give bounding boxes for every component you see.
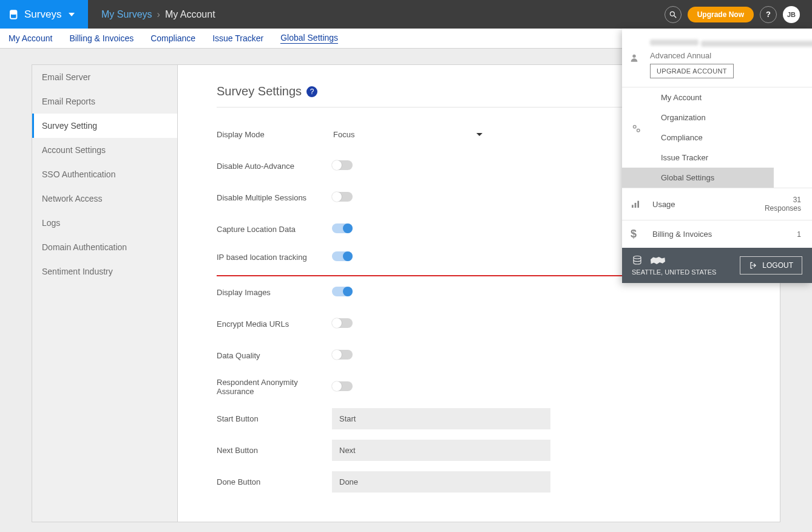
setting-row-dataQuality: Data Quality	[217, 339, 746, 371]
disableMultipleSessions-label: Disable Multiple Sessions	[217, 193, 332, 202]
anonymity-toggle[interactable]	[332, 381, 353, 391]
account-block: Advanced Annual UPGRADE ACCOUNT Expires …	[622, 29, 812, 87]
avatar[interactable]: JB	[783, 6, 800, 23]
doneButton-label: Done Button	[217, 477, 332, 486]
sidebar-item-survey-setting[interactable]: Survey Setting	[32, 114, 177, 138]
title-help-icon[interactable]: ?	[306, 86, 317, 97]
svg-point-4	[632, 55, 635, 58]
account-name-redacted	[650, 39, 699, 46]
svg-rect-8	[635, 203, 637, 208]
plan-name: Advanced Annual	[650, 51, 812, 60]
nextButton-label: Next Button	[217, 446, 332, 455]
panel-link-my-account[interactable]: My Account	[622, 87, 812, 107]
display-mode-value: Focus	[333, 130, 354, 139]
captureLocation-label: Capture Location Data	[217, 225, 332, 234]
tab-issue-tracker[interactable]: Issue Tracker	[212, 33, 263, 43]
svg-point-10	[634, 256, 641, 259]
svg-rect-9	[637, 201, 639, 208]
crumb-my-account: My Account	[165, 9, 215, 20]
crumb-my-surveys[interactable]: My Surveys	[101, 9, 152, 20]
disableAutoAdvance-label: Disable Auto-Advance	[217, 162, 332, 171]
server-location: SEATTLE, UNITED STATES	[632, 268, 716, 276]
nextButton-input[interactable]	[332, 440, 550, 461]
help-icon: ?	[766, 10, 771, 19]
sidebar-item-logs[interactable]: Logs	[32, 211, 177, 235]
usage-unit: Responses	[765, 204, 801, 213]
startButton-input[interactable]	[332, 408, 550, 429]
tab-compliance[interactable]: Compliance	[151, 33, 195, 43]
upgrade-now-button[interactable]: Upgrade Now	[688, 7, 754, 22]
panel-footer: SEATTLE, UNITED STATES LOGOUT	[622, 248, 812, 283]
sidebar-item-sentiment-industry[interactable]: Sentiment Industry	[32, 259, 177, 284]
panel-link-organization[interactable]: Organization	[622, 107, 812, 128]
dataQuality-label: Data Quality	[217, 351, 332, 360]
setting-row-encryptMedia: Encrypt Media URLs	[217, 308, 746, 339]
usage-row[interactable]: Usage 31 Responses	[622, 188, 812, 220]
display-mode-label: Display Mode	[217, 130, 332, 139]
ipLocation-toggle[interactable]	[332, 251, 353, 261]
help-button[interactable]: ?	[760, 6, 777, 23]
logout-button[interactable]: LOGOUT	[740, 256, 802, 275]
doneButton-input[interactable]	[332, 471, 550, 493]
ipLocation-label: IP based location tracking	[217, 253, 332, 262]
sidebar-item-email-reports[interactable]: Email Reports	[32, 89, 177, 114]
user-icon	[629, 53, 639, 63]
svg-line-3	[674, 15, 676, 18]
svg-point-2	[670, 12, 674, 16]
brand-label: Surveys	[24, 9, 61, 21]
tab-billing-invoices[interactable]: Billing & Invoices	[69, 33, 134, 43]
database-icon	[632, 255, 643, 266]
usage-count: 31	[765, 196, 801, 204]
svg-point-6	[637, 129, 640, 132]
sidebar-item-account-settings[interactable]: Account Settings	[32, 138, 177, 162]
displayImages-label: Display Images	[217, 288, 332, 297]
setting-row-anonymity: Respondent Anonymity Assurance	[217, 371, 746, 403]
tab-my-account[interactable]: My Account	[8, 33, 52, 43]
account-email-redacted	[701, 41, 812, 47]
sidebar-item-domain-authentication[interactable]: Domain Authentication	[32, 235, 177, 259]
setting-row-nextButton: Next Button	[217, 434, 746, 466]
panel-link-compliance[interactable]: Compliance	[622, 128, 812, 148]
billing-label: Billing & Invoices	[652, 230, 712, 239]
disableAutoAdvance-toggle[interactable]	[332, 160, 353, 170]
usage-label: Usage	[652, 200, 675, 209]
brand-logo-icon	[8, 9, 19, 20]
billing-count: 1	[797, 230, 801, 239]
panel-link-global-settings[interactable]: Global Settings	[622, 168, 774, 188]
disableMultipleSessions-toggle[interactable]	[332, 192, 353, 202]
billing-row[interactable]: $ Billing & Invoices 1	[622, 220, 812, 248]
search-button[interactable]	[665, 6, 682, 23]
encryptMedia-toggle[interactable]	[332, 318, 353, 328]
sidebar-item-sso-authentication[interactable]: SSO Authentication	[32, 162, 177, 186]
topbar: Surveys My Surveys › My Account Upgrade …	[0, 0, 812, 29]
display-mode-select[interactable]: Focus	[332, 128, 484, 142]
upgrade-account-button[interactable]: UPGRADE ACCOUNT	[650, 64, 734, 78]
bars-icon	[631, 199, 652, 209]
displayImages-toggle[interactable]	[332, 287, 353, 296]
settings-sidebar: Email ServerEmail ReportsSurvey SettingA…	[32, 65, 178, 522]
encryptMedia-label: Encrypt Media URLs	[217, 319, 332, 329]
setting-row-startButton: Start Button	[217, 403, 746, 434]
account-panel: Advanced Annual UPGRADE ACCOUNT Expires …	[622, 29, 812, 283]
svg-point-5	[634, 126, 637, 129]
dollar-icon: $	[631, 228, 652, 240]
svg-rect-1	[10, 10, 17, 15]
search-icon	[669, 10, 677, 19]
brand-menu[interactable]: Surveys	[0, 0, 88, 29]
breadcrumb: My Surveys › My Account	[88, 0, 215, 29]
chevron-down-icon	[69, 13, 75, 16]
tab-global-settings[interactable]: Global Settings	[280, 33, 338, 44]
sidebar-item-network-access[interactable]: Network Access	[32, 186, 177, 211]
chevron-down-icon	[476, 133, 482, 136]
dataQuality-toggle[interactable]	[332, 350, 353, 360]
captureLocation-toggle[interactable]	[332, 223, 353, 233]
panel-link-issue-tracker[interactable]: Issue Tracker	[622, 148, 812, 168]
chevron-right-icon: ›	[157, 9, 160, 20]
svg-rect-7	[632, 205, 634, 208]
page-title-text: Survey Settings	[217, 84, 302, 98]
sidebar-item-email-server[interactable]: Email Server	[32, 65, 177, 89]
map-icon	[649, 255, 667, 266]
logout-label: LOGOUT	[762, 261, 793, 270]
logout-icon	[749, 261, 757, 270]
anonymity-label: Respondent Anonymity Assurance	[217, 378, 332, 396]
